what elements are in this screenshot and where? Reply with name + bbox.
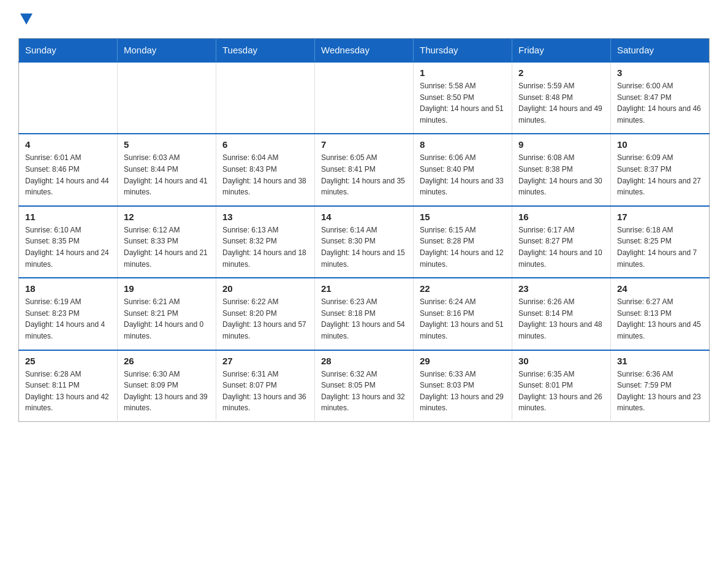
day-info: Sunrise: 6:31 AM Sunset: 8:07 PM Dayligh… [222, 369, 308, 414]
logo-triangle-icon [20, 13, 32, 25]
logo [18, 12, 32, 27]
day-info: Sunrise: 6:08 AM Sunset: 8:38 PM Dayligh… [518, 152, 604, 197]
day-cell [315, 62, 414, 134]
day-cell [216, 62, 315, 134]
day-number: 11 [25, 212, 111, 222]
weekday-header-friday: Friday [512, 39, 611, 63]
day-cell: 9Sunrise: 6:08 AM Sunset: 8:38 PM Daylig… [512, 134, 611, 205]
day-info: Sunrise: 6:22 AM Sunset: 8:20 PM Dayligh… [222, 296, 308, 342]
day-cell: 29Sunrise: 6:33 AM Sunset: 8:03 PM Dayli… [414, 350, 512, 422]
day-info: Sunrise: 6:01 AM Sunset: 8:46 PM Dayligh… [25, 152, 111, 197]
day-info: Sunrise: 5:58 AM Sunset: 8:50 PM Dayligh… [420, 80, 506, 126]
day-info: Sunrise: 6:36 AM Sunset: 7:59 PM Dayligh… [617, 369, 703, 414]
weekday-header-row: SundayMondayTuesdayWednesdayThursdayFrid… [19, 39, 710, 63]
day-info: Sunrise: 6:15 AM Sunset: 8:28 PM Dayligh… [420, 224, 506, 270]
day-info: Sunrise: 6:06 AM Sunset: 8:40 PM Dayligh… [420, 152, 506, 197]
day-cell: 2Sunrise: 5:59 AM Sunset: 8:48 PM Daylig… [512, 62, 611, 134]
calendar-table: SundayMondayTuesdayWednesdayThursdayFrid… [18, 38, 710, 422]
day-number: 21 [321, 283, 407, 294]
day-number: 14 [321, 212, 407, 222]
week-row-5: 25Sunrise: 6:28 AM Sunset: 8:11 PM Dayli… [19, 350, 710, 422]
day-cell: 21Sunrise: 6:23 AM Sunset: 8:18 PM Dayli… [315, 278, 414, 350]
day-info: Sunrise: 6:00 AM Sunset: 8:47 PM Dayligh… [617, 80, 703, 126]
day-cell: 15Sunrise: 6:15 AM Sunset: 8:28 PM Dayli… [414, 206, 512, 278]
day-number: 18 [25, 283, 111, 294]
day-info: Sunrise: 6:17 AM Sunset: 8:27 PM Dayligh… [518, 224, 604, 270]
day-number: 30 [518, 356, 604, 366]
day-info: Sunrise: 6:13 AM Sunset: 8:32 PM Dayligh… [222, 224, 308, 270]
day-info: Sunrise: 6:21 AM Sunset: 8:21 PM Dayligh… [124, 296, 210, 342]
day-cell: 31Sunrise: 6:36 AM Sunset: 7:59 PM Dayli… [611, 350, 710, 422]
day-number: 13 [222, 212, 308, 222]
day-cell: 1Sunrise: 5:58 AM Sunset: 8:50 PM Daylig… [414, 62, 512, 134]
day-info: Sunrise: 6:04 AM Sunset: 8:43 PM Dayligh… [222, 152, 308, 197]
day-cell: 26Sunrise: 6:30 AM Sunset: 8:09 PM Dayli… [118, 350, 216, 422]
week-row-3: 11Sunrise: 6:10 AM Sunset: 8:35 PM Dayli… [19, 206, 710, 278]
page-header [18, 12, 710, 27]
day-info: Sunrise: 6:18 AM Sunset: 8:25 PM Dayligh… [617, 224, 703, 270]
day-number: 29 [420, 356, 506, 366]
day-cell: 4Sunrise: 6:01 AM Sunset: 8:46 PM Daylig… [19, 134, 118, 205]
week-row-4: 18Sunrise: 6:19 AM Sunset: 8:23 PM Dayli… [19, 278, 710, 350]
day-cell: 8Sunrise: 6:06 AM Sunset: 8:40 PM Daylig… [414, 134, 512, 205]
weekday-header-wednesday: Wednesday [315, 39, 414, 63]
day-cell: 16Sunrise: 6:17 AM Sunset: 8:27 PM Dayli… [512, 206, 611, 278]
day-number: 28 [321, 356, 407, 366]
week-row-1: 1Sunrise: 5:58 AM Sunset: 8:50 PM Daylig… [19, 62, 710, 134]
day-number: 15 [420, 212, 506, 222]
day-number: 1 [420, 67, 506, 78]
day-cell: 14Sunrise: 6:14 AM Sunset: 8:30 PM Dayli… [315, 206, 414, 278]
week-row-2: 4Sunrise: 6:01 AM Sunset: 8:46 PM Daylig… [19, 134, 710, 205]
day-info: Sunrise: 6:14 AM Sunset: 8:30 PM Dayligh… [321, 224, 407, 270]
day-cell: 28Sunrise: 6:32 AM Sunset: 8:05 PM Dayli… [315, 350, 414, 422]
day-number: 12 [124, 212, 210, 222]
day-number: 3 [617, 67, 703, 78]
day-cell: 11Sunrise: 6:10 AM Sunset: 8:35 PM Dayli… [19, 206, 118, 278]
day-cell [118, 62, 216, 134]
day-cell: 25Sunrise: 6:28 AM Sunset: 8:11 PM Dayli… [19, 350, 118, 422]
day-info: Sunrise: 6:32 AM Sunset: 8:05 PM Dayligh… [321, 369, 407, 414]
day-number: 2 [518, 67, 604, 78]
weekday-header-thursday: Thursday [414, 39, 512, 63]
day-number: 26 [124, 356, 210, 366]
day-number: 23 [518, 283, 604, 294]
day-cell: 19Sunrise: 6:21 AM Sunset: 8:21 PM Dayli… [118, 278, 216, 350]
day-number: 25 [25, 356, 111, 366]
day-info: Sunrise: 6:33 AM Sunset: 8:03 PM Dayligh… [420, 369, 506, 414]
day-number: 27 [222, 356, 308, 366]
day-info: Sunrise: 6:27 AM Sunset: 8:13 PM Dayligh… [617, 296, 703, 342]
day-cell: 7Sunrise: 6:05 AM Sunset: 8:41 PM Daylig… [315, 134, 414, 205]
day-info: Sunrise: 6:09 AM Sunset: 8:37 PM Dayligh… [617, 152, 703, 197]
day-cell: 20Sunrise: 6:22 AM Sunset: 8:20 PM Dayli… [216, 278, 315, 350]
day-info: Sunrise: 6:05 AM Sunset: 8:41 PM Dayligh… [321, 152, 407, 197]
day-number: 17 [617, 212, 703, 222]
day-number: 24 [617, 283, 703, 294]
day-number: 22 [420, 283, 506, 294]
day-cell: 22Sunrise: 6:24 AM Sunset: 8:16 PM Dayli… [414, 278, 512, 350]
day-cell: 13Sunrise: 6:13 AM Sunset: 8:32 PM Dayli… [216, 206, 315, 278]
day-info: Sunrise: 6:23 AM Sunset: 8:18 PM Dayligh… [321, 296, 407, 342]
day-number: 9 [518, 139, 604, 150]
day-cell [19, 62, 118, 134]
day-cell: 27Sunrise: 6:31 AM Sunset: 8:07 PM Dayli… [216, 350, 315, 422]
day-cell: 23Sunrise: 6:26 AM Sunset: 8:14 PM Dayli… [512, 278, 611, 350]
day-info: Sunrise: 6:30 AM Sunset: 8:09 PM Dayligh… [124, 369, 210, 414]
day-number: 10 [617, 139, 703, 150]
weekday-header-tuesday: Tuesday [216, 39, 315, 63]
day-info: Sunrise: 6:24 AM Sunset: 8:16 PM Dayligh… [420, 296, 506, 342]
day-info: Sunrise: 6:19 AM Sunset: 8:23 PM Dayligh… [25, 296, 111, 342]
day-number: 20 [222, 283, 308, 294]
weekday-header-sunday: Sunday [19, 39, 118, 63]
day-number: 8 [420, 139, 506, 150]
day-info: Sunrise: 6:26 AM Sunset: 8:14 PM Dayligh… [518, 296, 604, 342]
day-info: Sunrise: 6:28 AM Sunset: 8:11 PM Dayligh… [25, 369, 111, 414]
day-cell: 30Sunrise: 6:35 AM Sunset: 8:01 PM Dayli… [512, 350, 611, 422]
day-number: 7 [321, 139, 407, 150]
day-number: 19 [124, 283, 210, 294]
day-info: Sunrise: 5:59 AM Sunset: 8:48 PM Dayligh… [518, 80, 604, 126]
day-number: 6 [222, 139, 308, 150]
day-info: Sunrise: 6:10 AM Sunset: 8:35 PM Dayligh… [25, 224, 111, 270]
day-info: Sunrise: 6:03 AM Sunset: 8:44 PM Dayligh… [124, 152, 210, 197]
day-info: Sunrise: 6:35 AM Sunset: 8:01 PM Dayligh… [518, 369, 604, 414]
day-info: Sunrise: 6:12 AM Sunset: 8:33 PM Dayligh… [124, 224, 210, 270]
